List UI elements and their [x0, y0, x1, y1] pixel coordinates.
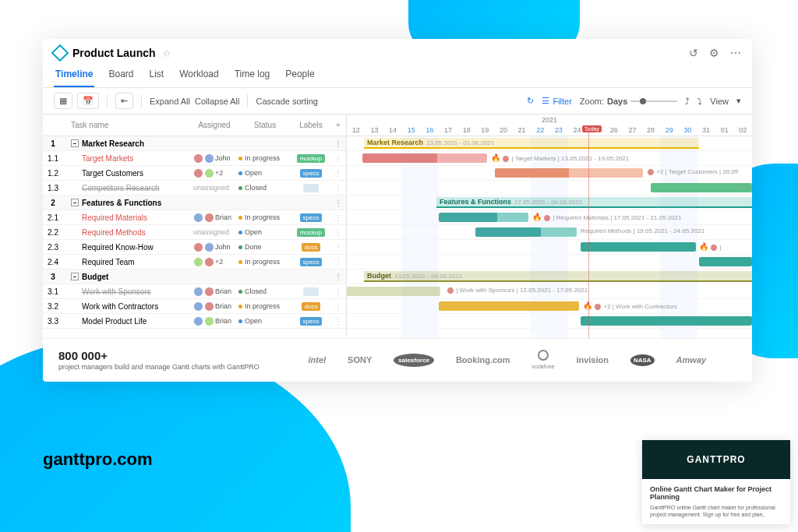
row-menu-icon[interactable]: ⋮	[330, 169, 346, 178]
col-labels: Labels	[291, 121, 330, 129]
tab-timeline[interactable]: Timeline	[54, 64, 94, 87]
calendar-icon[interactable]: 📅	[77, 93, 99, 109]
grid-view-icon[interactable]: ▦	[54, 93, 72, 109]
stat-text: 800 000+ project managers build and mana…	[58, 348, 260, 372]
row-menu-icon[interactable]: ⋮	[330, 243, 346, 252]
tab-timelog[interactable]: Time log	[233, 64, 272, 87]
day-cell: 17	[439, 126, 457, 134]
today-label: Today	[582, 125, 602, 132]
cascade-sorting[interactable]: Cascade sorting	[256, 97, 318, 106]
gantt-body: Today Market Research13.05.2021 - 01.06.…	[347, 136, 752, 338]
task-row[interactable]: 1.3 Competitors Research unassigned Clos…	[43, 181, 346, 196]
day-cell: 12	[347, 126, 365, 134]
zoom-control[interactable]: Zoom:Days	[580, 97, 677, 106]
collapse-icon[interactable]: −	[71, 199, 79, 206]
task-row[interactable]: 3.3 Model Product Life Brian Open specs …	[43, 314, 346, 329]
flame-icon: 🔥	[491, 153, 500, 162]
tab-board[interactable]: Board	[107, 64, 135, 87]
outdent-icon[interactable]: ⇤	[115, 93, 133, 109]
task-row[interactable]: 1.2 Target Customers +2 Open specs ⋮	[43, 166, 346, 181]
task-row[interactable]: 2.4 Required Team +2 In progress specs ⋮	[43, 255, 346, 270]
task-row[interactable]: 3.2 Work with Contractors Brian In progr…	[43, 299, 346, 314]
day-cell: 23	[549, 126, 568, 134]
col-assigned: Assigned	[190, 121, 238, 129]
promo-brand: GANTTPRO	[642, 440, 790, 479]
day-cell: 28	[641, 126, 660, 134]
history-icon[interactable]: ↺	[689, 47, 698, 59]
day-cell: 14	[383, 126, 402, 134]
day-cell: 15	[402, 126, 421, 134]
col-task: Task name	[63, 121, 190, 129]
row-menu-icon[interactable]: ⋮	[330, 258, 346, 266]
gantt-chart: 2021 12131415161718192021222324252627282…	[347, 115, 752, 338]
task-row[interactable]: 2.1 Required Materials Brian In progress…	[43, 210, 346, 225]
tab-list[interactable]: List	[148, 64, 166, 87]
share-icon[interactable]: ⤵	[697, 97, 702, 106]
row-menu-icon[interactable]: ⋮	[330, 213, 346, 222]
collapse-all[interactable]: Collapse All	[195, 97, 239, 106]
site-url: ganttpro.com	[43, 449, 153, 470]
tabs: Timeline Board List Workload Time log Pe…	[43, 64, 752, 88]
row-menu-icon[interactable]: ⋮	[330, 184, 346, 192]
row-menu-icon[interactable]: ⋮	[330, 317, 346, 326]
task-row[interactable]: 3.1 Work with Sponsors Brian Closed xxx …	[43, 284, 346, 299]
brand-logos: intel SONY salesforce Booking.com vodafo…	[278, 350, 736, 370]
zoom-slider[interactable]	[630, 100, 677, 102]
group-row[interactable]: 3 −Budget ⋮	[43, 270, 346, 284]
row-menu-icon[interactable]: ⋮	[330, 199, 346, 207]
day-cell: 31	[697, 126, 715, 134]
day-cell: 19	[475, 126, 494, 134]
add-column-icon[interactable]: +	[330, 121, 346, 129]
day-cell: 13	[365, 126, 384, 134]
expand-all[interactable]: Expand All	[150, 97, 190, 106]
export-icon[interactable]: ⤴	[685, 97, 690, 106]
task-grid: Task name Assigned Status Labels + 1 −Ma…	[43, 115, 347, 338]
today-line	[588, 125, 589, 338]
day-cell: 27	[623, 126, 642, 134]
row-menu-icon[interactable]: ⋮	[330, 302, 346, 311]
day-cell: 20	[494, 126, 513, 134]
filter-button[interactable]: ☰ Filter	[542, 96, 571, 106]
tab-people[interactable]: People	[284, 64, 316, 87]
view-button[interactable]: View	[710, 97, 729, 106]
tab-workload[interactable]: Workload	[178, 64, 220, 87]
collapse-icon[interactable]: −	[71, 139, 79, 147]
row-menu-icon[interactable]: ⋮	[330, 287, 346, 296]
day-cell: 26	[605, 126, 623, 134]
logo-icon	[51, 44, 69, 62]
star-icon[interactable]: ☆	[162, 48, 171, 59]
group-row[interactable]: 2 −Features & Functions ⋮	[43, 196, 346, 210]
day-cell: 29	[660, 126, 679, 134]
promo-card: GANTTPRO Online Gantt Chart Maker for Pr…	[642, 440, 790, 524]
app-window: Product Launch ☆ ↺ ⚙ ⋯ Timeline Board Li…	[43, 39, 752, 382]
footer: 800 000+ project managers build and mana…	[43, 338, 752, 382]
refresh-icon[interactable]: ↻	[527, 96, 534, 106]
row-menu-icon[interactable]: ⋮	[330, 228, 346, 237]
day-cell: 21	[513, 126, 531, 134]
task-row[interactable]: 1.1 Target Markets John In progress mock…	[43, 151, 346, 166]
day-cell: 16	[421, 126, 440, 134]
group-row[interactable]: 1 −Market Research ⋮	[43, 136, 346, 151]
content: Task name Assigned Status Labels + 1 −Ma…	[43, 115, 752, 338]
row-menu-icon[interactable]: ⋮	[330, 273, 346, 281]
task-row[interactable]: 2.2 Required Methods unassigned Open moc…	[43, 225, 346, 240]
project-title: Product Launch	[72, 47, 156, 59]
more-icon[interactable]: ⋯	[730, 47, 741, 59]
task-row[interactable]: 2.3 Required Know-How John Done docs ⋮	[43, 240, 346, 255]
day-cell: 22	[531, 126, 549, 134]
settings-icon[interactable]: ⚙	[709, 47, 719, 59]
day-cell: 18	[457, 126, 476, 134]
day-cell: 01	[715, 126, 734, 134]
toolbar: ▦ 📅 ⇤ Expand All Collapse All Cascade so…	[43, 88, 752, 115]
promo-title: Online Gantt Chart Maker for Project Pla…	[650, 485, 782, 501]
promo-desc: GanttPRO online Gantt chart maker for pr…	[650, 504, 782, 518]
row-menu-icon[interactable]: ⋮	[330, 154, 346, 163]
day-cell: 02	[733, 126, 752, 134]
col-status: Status	[238, 121, 291, 129]
day-cell: 30	[679, 126, 697, 134]
header: Product Launch ☆ ↺ ⚙ ⋯	[43, 39, 752, 64]
collapse-icon[interactable]: −	[71, 273, 79, 280]
row-menu-icon[interactable]: ⋮	[330, 139, 346, 148]
grid-header: Task name Assigned Status Labels +	[43, 115, 346, 136]
